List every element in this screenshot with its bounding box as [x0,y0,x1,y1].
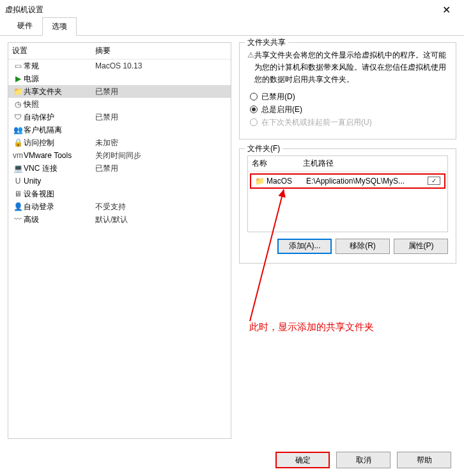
list-row[interactable]: 〰高级默认/默认 [8,213,231,226]
list-row[interactable]: 🖥设备视图 [8,187,231,200]
list-item-icon: 👤 [12,202,24,211]
list-item-summary: 已禁用 [95,112,227,123]
list-item-summary: 关闭时间同步 [95,150,227,161]
folders-group-title: 文件夹(F) [245,143,282,154]
sharing-group-title: 文件夹共享 [245,37,288,48]
list-item-icon: ▭ [12,61,24,70]
tab-options[interactable]: 选项 [42,17,77,36]
list-row[interactable]: 📁共享文件夹已禁用 [8,85,231,98]
header-summary: 摘要 [95,45,111,56]
tab-hardware[interactable]: 硬件 [8,17,42,35]
warning-text: 共享文件夹会将您的文件显示给虚拟机中的程序。这可能为您的计算机和数据带来风险。请… [254,49,448,86]
folder-path: E:\Application\MySQL\MyS... [306,177,428,186]
list-item-icon: 🔒 [12,138,24,147]
folders-header-name: 名称 [252,158,303,169]
list-item-summary: 已禁用 [95,86,227,97]
list-item-name: 常规 [24,61,95,72]
list-item-name: 高级 [24,214,95,225]
list-item-icon: 💻 [12,164,24,173]
list-item-icon: ▶ [12,74,24,83]
help-button[interactable]: 帮助 [397,452,451,468]
folder-icon: 📁 [255,177,267,186]
tab-strip: 硬件 选项 [0,19,464,36]
list-row[interactable]: ▭常规MacOS 10.13 [8,60,231,72]
radio-label: 已禁用(D) [261,91,295,102]
folders-header-path: 主机路径 [303,158,334,169]
list-item-icon: 👥 [12,125,24,134]
svg-line-0 [250,189,284,321]
radio-icon [250,93,258,100]
folder-row[interactable]: 📁 MacOS E:\Application\MySQL\MyS... ✓ [250,173,445,189]
list-row[interactable]: UUnity [8,175,231,187]
radio-icon [250,118,258,126]
props-button[interactable]: 属性(P) [394,239,448,254]
folders-header: 名称 主机路径 [248,156,447,171]
list-item-name: 设备视图 [24,189,95,200]
annotation-arrow [247,187,286,324]
close-icon[interactable]: ✕ [433,4,459,16]
list-item-name: VNC 连接 [24,163,95,174]
list-row[interactable]: ▶电源 [8,72,231,85]
list-row[interactable]: ◷快照 [8,98,231,111]
ok-button[interactable]: 确定 [275,452,330,468]
list-row[interactable]: 👥客户机隔离 [8,123,231,136]
list-item-name: 访问控制 [24,138,95,148]
list-item-name: 自动登录 [24,202,95,212]
warning-icon: ⚠ [247,49,254,86]
list-row[interactable]: vmVMware Tools关闭时间同步 [8,149,231,162]
radio-label: 总是启用(E) [261,104,302,115]
folder-name: MacOS [267,177,306,186]
list-item-name: VMware Tools [24,151,95,160]
list-item-name: Unity [24,177,95,186]
list-item-name: 客户机隔离 [24,125,95,136]
list-item-summary: 不受支持 [95,202,227,212]
list-item-name: 共享文件夹 [24,86,95,97]
list-row[interactable]: 👤自动登录不受支持 [8,200,231,213]
radio-disabled[interactable]: 已禁用(D) [250,91,448,102]
list-row[interactable]: 💻VNC 连接已禁用 [8,162,231,175]
radio-nexttime: 在下次关机或挂起前一直启用(U) [250,117,448,128]
list-item-icon: 🛡 [12,113,24,122]
list-item-icon: U [12,177,24,186]
list-item-name: 自动保护 [24,112,95,123]
list-item-summary: 已禁用 [95,163,227,174]
list-item-icon: vm [12,151,24,160]
remove-button[interactable]: 移除(R) [336,239,390,254]
list-row[interactable]: 🛡自动保护已禁用 [8,111,231,123]
list-item-name: 电源 [24,74,95,84]
radio-label: 在下次关机或挂起前一直启用(U) [261,117,372,128]
sharing-group: 文件夹共享 ⚠ 共享文件夹会将您的文件显示给虚拟机中的程序。这可能为您的计算机和… [239,42,456,139]
list-item-name: 快照 [24,99,95,110]
list-row[interactable]: 🔒访问控制未加密 [8,136,231,149]
list-item-icon: 🖥 [12,189,24,198]
list-item-summary: MacOS 10.13 [95,61,227,70]
list-item-icon: 📁 [12,87,24,96]
list-item-summary: 未加密 [95,138,227,148]
radio-always[interactable]: 总是启用(E) [250,104,448,115]
list-header: 设置 摘要 [8,43,231,60]
header-setting: 设置 [12,45,95,56]
list-item-icon: ◷ [12,100,24,109]
radio-icon [250,106,258,113]
cancel-button[interactable]: 取消 [336,452,391,468]
list-item-icon: 〰 [12,215,24,224]
settings-list: 设置 摘要 ▭常规MacOS 10.13▶电源📁共享文件夹已禁用◷快照🛡自动保护… [8,42,231,439]
folder-checkbox[interactable]: ✓ [428,177,440,185]
list-item-summary: 默认/默认 [95,214,227,225]
window-title: 虚拟机设置 [5,4,433,15]
annotation-text: 此时，显示添加的共享文件夹 [249,321,374,333]
